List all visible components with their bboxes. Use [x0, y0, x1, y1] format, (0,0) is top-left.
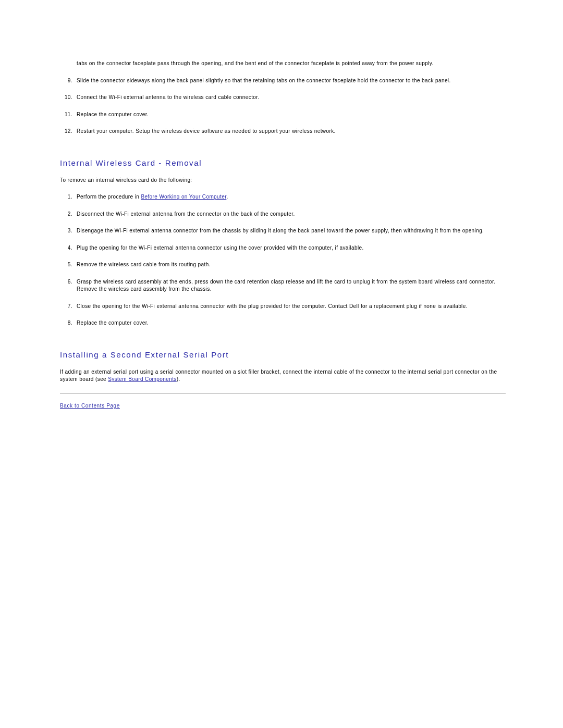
list-text: Close the opening for the Wi-Fi external… [77, 303, 506, 311]
list-item: 12. Restart your computer. Setup the wir… [60, 128, 506, 135]
list-item: 8. Replace the computer cover. [60, 319, 506, 327]
list-number: 6. [60, 278, 72, 293]
intro-text: To remove an internal wireless card do t… [60, 177, 506, 184]
heading-serial-port: Installing a Second External Serial Port [60, 350, 506, 359]
list-text: Disconnect the Wi-Fi external antenna fr… [77, 211, 506, 218]
list-text: Remove the wireless card cable from its … [77, 261, 506, 269]
document-page: tabs on the connector faceplate pass thr… [0, 0, 563, 429]
list-item: 7. Close the opening for the Wi-Fi exter… [60, 303, 506, 311]
list-text: Connect the Wi-Fi external antenna to th… [77, 94, 506, 102]
list-number: 11. [60, 111, 72, 119]
list-number: 5. [60, 261, 72, 269]
list-number: 9. [60, 77, 72, 85]
serial-port-paragraph: If adding an external serial port using … [60, 368, 506, 384]
list-number: 2. [60, 211, 72, 218]
back-to-contents-link[interactable]: Back to Contents Page [60, 403, 120, 409]
list-item: 9. Slide the connector sideways along th… [60, 77, 506, 85]
list-item: 3. Disengage the Wi-Fi external antenna … [60, 227, 506, 235]
list-text: Replace the computer cover. [77, 319, 506, 327]
text-prefix: Perform the procedure in [77, 194, 141, 200]
list-text: tabs on the connector faceplate pass thr… [77, 60, 506, 68]
list-text: Plug the opening for the Wi-Fi external … [77, 244, 506, 252]
link-before-working[interactable]: Before Working on Your Computer [141, 194, 226, 200]
install-steps-continued: tabs on the connector faceplate pass thr… [60, 60, 506, 135]
list-text: Restart your computer. Setup the wireles… [77, 128, 506, 135]
link-system-board-components[interactable]: System Board Components [108, 376, 176, 382]
list-item: 1. Perform the procedure in Before Worki… [60, 193, 506, 201]
list-text: Perform the procedure in Before Working … [77, 193, 506, 201]
list-item: 10. Connect the Wi-Fi external antenna t… [60, 94, 506, 102]
list-number [60, 60, 72, 68]
text-suffix: ). [177, 376, 180, 382]
list-number: 8. [60, 319, 72, 327]
list-number: 7. [60, 303, 72, 311]
heading-removal: Internal Wireless Card - Removal [60, 158, 506, 167]
list-number: 10. [60, 94, 72, 102]
list-number: 4. [60, 244, 72, 252]
list-text: Slide the connector sideways along the b… [77, 77, 506, 85]
list-item: tabs on the connector faceplate pass thr… [60, 60, 506, 68]
list-item: 11. Replace the computer cover. [60, 111, 506, 119]
list-item: 6. Grasp the wireless card assembly at t… [60, 278, 506, 293]
removal-steps: 1. Perform the procedure in Before Worki… [60, 193, 506, 327]
list-number: 1. [60, 193, 72, 201]
divider [60, 393, 506, 393]
list-text: Replace the computer cover. [77, 111, 506, 119]
list-item: 2. Disconnect the Wi-Fi external antenna… [60, 211, 506, 218]
list-item: 5. Remove the wireless card cable from i… [60, 261, 506, 269]
list-number: 12. [60, 128, 72, 135]
list-number: 3. [60, 227, 72, 235]
list-text: Grasp the wireless card assembly at the … [77, 278, 506, 293]
text-suffix: . [226, 194, 228, 200]
list-text: Disengage the Wi-Fi external antenna con… [77, 227, 506, 235]
list-item: 4. Plug the opening for the Wi-Fi extern… [60, 244, 506, 252]
